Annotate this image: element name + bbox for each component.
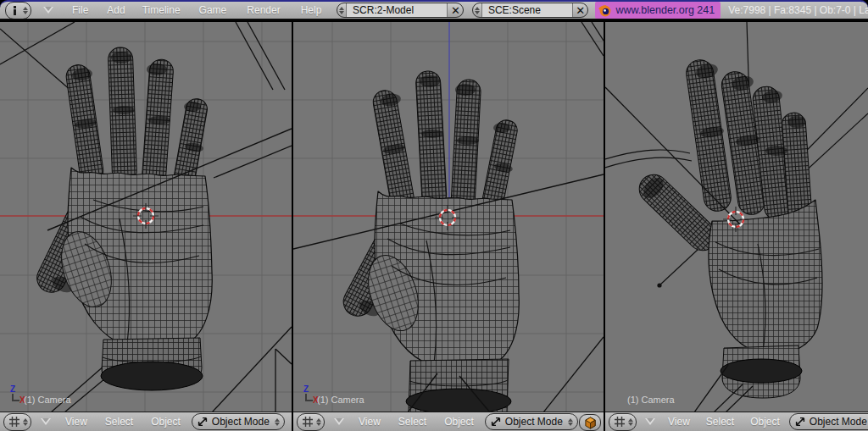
draw-mode-button[interactable] — [579, 414, 601, 431]
camera-label: (1) Camera — [24, 395, 71, 405]
header-collapse-icon[interactable] — [41, 418, 51, 425]
stepper-icon[interactable] — [473, 3, 481, 17]
blender-logo-icon — [598, 4, 611, 17]
3d-view-icon — [302, 416, 314, 428]
object-mode-icon — [490, 416, 502, 428]
info-header: File Add Timeline Game Render Help SCR:2… — [0, 0, 868, 20]
editor-type-button[interactable] — [5, 2, 31, 19]
menu-item-object[interactable]: Object — [444, 416, 474, 428]
menu-item-select[interactable]: Select — [105, 416, 133, 428]
sleeve-cuff — [721, 359, 802, 383]
scene-lines-back — [543, 22, 604, 412]
scene-stats: Ve:7998 | Fa:8345 | Ob:7-0 | La:5 | — [728, 4, 868, 16]
axis-lines — [305, 394, 313, 401]
editor-type-button[interactable] — [3, 413, 31, 431]
blender-window: File Add Timeline Game Render Help SCR:2… — [0, 0, 868, 431]
menu-item-render[interactable]: Render — [247, 4, 280, 16]
menu-item-view[interactable]: View — [359, 416, 381, 428]
mode-selector[interactable]: Object Mode — [485, 413, 578, 430]
wireframe-hand — [633, 58, 822, 398]
viewport-camera: (1) Camera View Select Object Object Mod… — [605, 22, 868, 431]
viewport-canvas[interactable]: Z X (1) Camera — [0, 22, 292, 412]
wireframe-hand — [32, 47, 212, 390]
stepper-icon[interactable] — [273, 414, 282, 429]
viewport-front-2: Z X (1) Camera View Select Object Objec — [293, 22, 604, 431]
close-icon[interactable]: ✕ — [448, 3, 463, 17]
editor-type-button[interactable] — [609, 413, 637, 431]
version-banner: www.blender.org 241 — [595, 2, 721, 19]
menu-item-add[interactable]: Add — [107, 4, 125, 16]
viewport-header: View Select Object Object Mode — [0, 412, 292, 431]
stepper-icon[interactable] — [626, 414, 635, 430]
solid-shading-icon — [584, 417, 597, 429]
axis-z-label: Z — [303, 385, 309, 394]
3d-view-icon — [8, 416, 20, 428]
axis-z-label: Z — [10, 385, 15, 394]
wireframe-scene — [605, 22, 868, 412]
camera-label: (1) Camera — [317, 395, 364, 405]
axis-lines — [12, 394, 19, 401]
menu-item-select[interactable]: Select — [706, 416, 734, 428]
mode-selector-value: Object Mode — [810, 416, 867, 428]
menu-item-object[interactable]: Object — [750, 416, 780, 428]
header-collapse-icon[interactable] — [43, 7, 53, 14]
header-collapse-icon[interactable] — [334, 418, 344, 425]
viewport-canvas[interactable]: (1) Camera — [605, 22, 868, 412]
close-icon[interactable]: ✕ — [573, 3, 588, 17]
version-banner-text: www.blender.org 241 — [615, 4, 715, 16]
header-collapse-icon[interactable] — [645, 418, 655, 425]
stepper-icon[interactable] — [20, 414, 30, 430]
wireframe-scene — [293, 22, 604, 412]
3d-view-icon — [614, 416, 626, 428]
menu-item-help[interactable]: Help — [301, 4, 322, 16]
menu-item-view[interactable]: View — [65, 416, 87, 428]
stepper-icon[interactable] — [20, 3, 30, 19]
menu-item-file[interactable]: File — [72, 4, 88, 16]
stepper-icon[interactable] — [566, 414, 576, 429]
object-mode-icon — [794, 416, 806, 428]
menu-item-view[interactable]: View — [668, 416, 690, 428]
scene-selector[interactable]: SCE:Scene ✕ — [472, 3, 588, 18]
scene-selector-value[interactable]: SCE:Scene — [481, 3, 573, 17]
lamp-point — [657, 283, 661, 287]
sleeve-cuff — [101, 362, 203, 390]
stepper-icon[interactable] — [337, 3, 346, 17]
viewport-header: View Select Object Object Mode — [293, 412, 604, 431]
viewport-canvas[interactable]: Z X (1) Camera — [293, 22, 604, 412]
object-mode-icon — [197, 416, 209, 428]
mode-selector[interactable]: Object Mode — [192, 413, 285, 430]
screen-selector-value[interactable]: SCR:2-Model — [346, 3, 448, 17]
menu-item-select[interactable]: Select — [398, 416, 426, 428]
viewport-front: Z X (1) Camera View Select Object Objec — [0, 22, 292, 431]
menu-item-object[interactable]: Object — [151, 416, 181, 428]
sleeve-cuff — [406, 389, 511, 412]
screen-selector[interactable]: SCR:2-Model ✕ — [337, 3, 464, 18]
viewport-header: View Select Object Object Mode — [605, 412, 868, 431]
camera-label: (1) Camera — [627, 395, 675, 405]
mode-selector[interactable]: Object Mode — [789, 413, 868, 430]
menu-item-timeline[interactable]: Timeline — [142, 4, 181, 16]
wireframe-scene — [0, 22, 292, 412]
wireframe-hand — [338, 70, 519, 412]
info-icon — [10, 5, 20, 16]
stepper-icon[interactable] — [314, 414, 323, 430]
menu-item-game[interactable]: Game — [199, 4, 227, 16]
editor-type-button[interactable] — [297, 413, 325, 431]
mode-selector-value: Object Mode — [505, 416, 563, 428]
mode-selector-value: Object Mode — [212, 416, 270, 428]
